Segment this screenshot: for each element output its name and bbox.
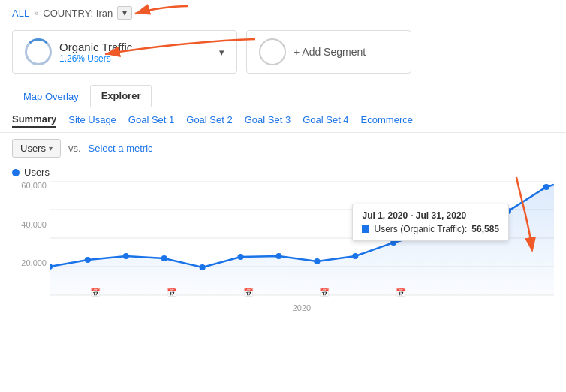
segment-dropdown-icon[interactable]: ▾: [219, 47, 224, 58]
breadcrumb-separator: »: [34, 8, 38, 17]
x-anno-icon: 📅: [243, 287, 254, 297]
add-segment-card[interactable]: + Add Segment: [246, 30, 411, 74]
chart-dot: [237, 254, 243, 260]
subtab-site-usage[interactable]: Site Usage: [68, 113, 116, 127]
tab-map-overlay[interactable]: Map Overlay: [12, 86, 90, 107]
subtab-goal-set-3[interactable]: Goal Set 3: [245, 113, 291, 127]
tooltip-metric-label: Users (Organic Traffic):: [374, 224, 467, 234]
subtab-ecommerce[interactable]: Ecommerce: [361, 113, 413, 127]
chart-dot: [314, 258, 320, 264]
add-segment-label: + Add Segment: [294, 46, 366, 58]
view-tabs: Map Overlay Explorer: [0, 78, 566, 107]
sub-tabs: Summary Site Usage Goal Set 1 Goal Set 2…: [0, 107, 566, 133]
segment-loading-icon: [25, 38, 52, 65]
chart-dot: [161, 255, 167, 261]
organic-traffic-segment[interactable]: Organic Traffic 1.26% Users ▾: [12, 30, 237, 74]
tooltip-color-square: [362, 225, 369, 233]
tooltip-metric: Users (Organic Traffic): 56,585: [362, 224, 499, 234]
segment-sub: 1.26% Users: [59, 53, 132, 64]
select-metric-link[interactable]: Select a metric: [89, 143, 153, 154]
legend-label: Users: [24, 167, 50, 178]
subtab-goal-set-2[interactable]: Goal Set 2: [186, 113, 232, 127]
chart-dot: [275, 253, 281, 259]
segment-name: Organic Traffic: [59, 41, 132, 53]
tab-explorer[interactable]: Explorer: [90, 85, 152, 107]
legend-dot: [12, 169, 20, 176]
y-label-20k: 20,000: [12, 258, 50, 267]
chart-dot: [85, 257, 91, 263]
country-dropdown[interactable]: ▾: [117, 6, 132, 20]
x-label-2020: 2020: [293, 303, 311, 312]
x-anno-icon: 📅: [167, 287, 177, 297]
primary-metric-label: Users: [20, 143, 46, 154]
chart-container: 60,000 40,000 20,000: [12, 181, 554, 312]
all-link[interactable]: ALL: [12, 8, 29, 19]
subtab-goal-set-1[interactable]: Goal Set 1: [128, 113, 174, 127]
x-anno-icon: 📅: [90, 287, 101, 297]
subtab-summary[interactable]: Summary: [12, 112, 56, 128]
y-axis: 60,000 40,000 20,000: [12, 181, 50, 312]
y-label-40k: 40,000: [12, 220, 50, 229]
chart-legend: Users: [12, 167, 554, 178]
chart-dot: [352, 253, 358, 259]
primary-metric-button[interactable]: Users ▾: [12, 139, 61, 158]
segment-info: Organic Traffic 1.26% Users: [59, 41, 132, 64]
subtab-goal-set-4[interactable]: Goal Set 4: [303, 113, 348, 127]
breadcrumb-bar: ALL » COUNTRY: Iran ▾: [0, 0, 566, 26]
metric-row: Users ▾ vs. Select a metric: [0, 133, 566, 164]
segments-row: Organic Traffic 1.26% Users ▾ + Add Segm…: [0, 26, 566, 78]
add-segment-circle: [259, 38, 286, 65]
x-anno-icon: 📅: [319, 287, 330, 297]
x-axis-label: 2020: [50, 303, 554, 312]
vs-label: vs.: [68, 143, 81, 154]
y-label-60k: 60,000: [12, 181, 50, 190]
chart-dot: [543, 184, 549, 190]
country-label: COUNTRY: Iran: [43, 8, 113, 19]
x-anno-icon: 📅: [396, 287, 406, 297]
chart-dot: [200, 264, 206, 270]
metric-chevron-icon: ▾: [49, 144, 53, 152]
tooltip-metric-value: 56,585: [471, 224, 499, 234]
chart-dot: [123, 253, 129, 259]
chart-tooltip: Jul 1, 2020 - Jul 31, 2020 Users (Organi…: [352, 204, 509, 241]
tooltip-date: Jul 1, 2020 - Jul 31, 2020: [362, 210, 499, 221]
chart-area: Users 60,000 40,000 20,000: [0, 164, 566, 321]
